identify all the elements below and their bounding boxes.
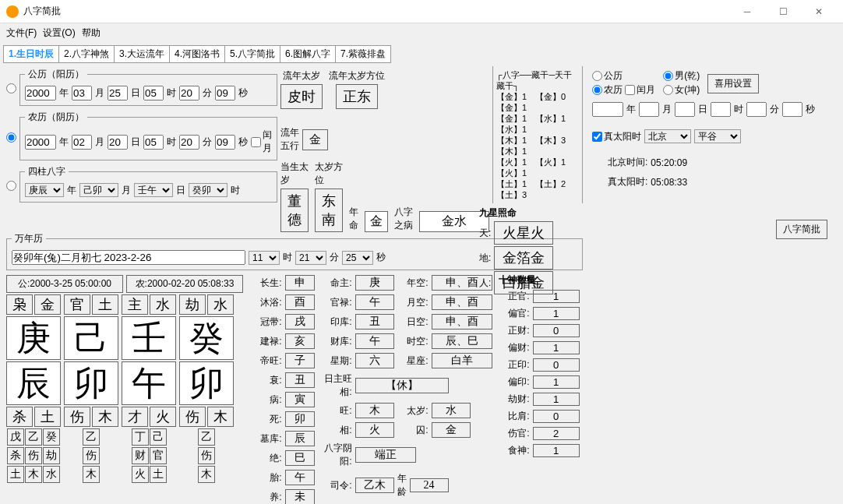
tab-6[interactable]: 6.图解八字 xyxy=(280,46,336,62)
pillar-top: 官 xyxy=(64,294,90,315)
jx-ren: 白腊金 xyxy=(494,271,553,294)
main-button[interactable]: 八字简批 xyxy=(776,220,827,239)
jx-di: 金箔金 xyxy=(494,246,553,270)
pillar-zhi: 卯 xyxy=(179,361,234,405)
life-val: 子 xyxy=(285,353,315,368)
sizhu-year[interactable]: 庚辰 xyxy=(25,183,64,197)
gongli-year[interactable] xyxy=(25,86,56,100)
pillar-gan: 癸 xyxy=(179,316,234,360)
nongli-day[interactable] xyxy=(108,135,128,150)
pillar-gan: 己 xyxy=(64,316,118,360)
tab-3[interactable]: 3.大运流年 xyxy=(115,46,170,62)
gongli-sec[interactable] xyxy=(215,86,235,100)
pillar-top: 劫 xyxy=(179,294,206,315)
xiyong-button[interactable]: 喜用设置 xyxy=(707,74,759,93)
liunian-wuxing[interactable]: 金 xyxy=(302,129,328,150)
pillar-gan: 壬 xyxy=(122,316,176,360)
ten-val: 1 xyxy=(533,307,580,320)
tab-1[interactable]: 1.生日时辰 xyxy=(4,46,59,62)
ds-fangwei[interactable]: 东南 xyxy=(315,189,343,232)
truesun-check[interactable] xyxy=(592,132,602,142)
gongli-radio[interactable] xyxy=(6,83,16,93)
r-sec[interactable] xyxy=(782,102,802,117)
nongli-sec[interactable] xyxy=(215,135,235,150)
r-gongli[interactable] xyxy=(592,71,602,81)
wannian-min[interactable]: 21 xyxy=(295,251,326,265)
pillar-gan: 庚 xyxy=(6,316,61,360)
gongli-month[interactable] xyxy=(72,86,92,100)
date-nongli: 农:2000-02-20 05:08:33 xyxy=(126,275,243,293)
ten-val: 2 xyxy=(533,427,580,440)
ten-val: 1 xyxy=(533,341,580,354)
window-title: 八字简批 xyxy=(23,5,729,18)
menu-help[interactable]: 帮助 xyxy=(82,26,101,40)
liunian-fangwei[interactable]: 正东 xyxy=(336,84,378,109)
r-hour[interactable] xyxy=(711,102,731,117)
nianming: 金 xyxy=(365,211,388,232)
r-female[interactable] xyxy=(663,85,673,95)
life-val: 戌 xyxy=(285,314,315,330)
r-month[interactable] xyxy=(639,102,659,117)
ten-val: 1 xyxy=(533,393,580,406)
tab-bar: 1.生日时辰 2.八字神煞 3.大运流年 4.河图洛书 5.八字简批 6.图解八… xyxy=(3,45,391,63)
nongli-year[interactable] xyxy=(25,135,56,150)
sizhu-radio[interactable] xyxy=(6,181,16,191)
r-leap[interactable] xyxy=(625,85,635,95)
nongli-month[interactable] xyxy=(72,135,92,150)
city-select[interactable]: 北京 xyxy=(644,129,691,143)
sizhu-day[interactable]: 壬午 xyxy=(134,183,173,197)
ten-val: 0 xyxy=(533,358,580,372)
ten-val: 1 xyxy=(533,444,580,457)
life-val: 丑 xyxy=(285,372,315,388)
ten-val: 0 xyxy=(533,324,580,337)
ten-val: 0 xyxy=(533,410,580,423)
r-nongli[interactable] xyxy=(592,85,602,95)
nongli-radio[interactable] xyxy=(6,132,16,143)
leap-checkbox[interactable] xyxy=(251,137,261,147)
tab-7[interactable]: 7.紫薇排盘 xyxy=(336,46,390,62)
pillar-top: 主 xyxy=(122,294,148,315)
tab-5[interactable]: 5.八字简批 xyxy=(225,46,280,62)
nongli-min[interactable] xyxy=(179,135,199,150)
nongli-hour[interactable] xyxy=(143,135,164,150)
gongli-hour[interactable] xyxy=(143,86,164,100)
life-val: 巳 xyxy=(285,450,315,466)
life-val: 午 xyxy=(285,470,315,485)
r-male[interactable] xyxy=(663,71,673,81)
wannian-hour[interactable]: 11 xyxy=(249,251,280,265)
maximize-button[interactable]: ☐ xyxy=(765,0,801,23)
jx-tian: 火星火 xyxy=(494,221,553,245)
life-val: 未 xyxy=(285,489,315,504)
wannian-sec[interactable]: 25 xyxy=(342,251,373,265)
life-val: 申 xyxy=(285,275,315,291)
life-val: 酉 xyxy=(285,294,315,310)
menu-settings[interactable]: 设置(O) xyxy=(43,26,75,40)
liunian-taisui[interactable]: 皮时 xyxy=(280,84,323,109)
pillar-zhi: 卯 xyxy=(64,361,118,405)
app-icon xyxy=(6,5,19,18)
ds-taisui[interactable]: 董德 xyxy=(280,189,309,232)
life-val: 辰 xyxy=(285,431,315,446)
district-select[interactable]: 平谷 xyxy=(694,129,741,143)
pillar-zhi: 午 xyxy=(122,361,176,405)
r-min[interactable] xyxy=(746,102,767,117)
ten-val: 1 xyxy=(533,375,580,389)
minimize-button[interactable]: ─ xyxy=(729,0,765,23)
gongli-day[interactable] xyxy=(108,86,128,100)
menu-file[interactable]: 文件(F) xyxy=(6,26,37,40)
gongli-min[interactable] xyxy=(179,86,199,100)
pillar-top: 枭 xyxy=(6,294,33,315)
tab-2[interactable]: 2.八字神煞 xyxy=(59,46,115,62)
life-val: 卯 xyxy=(285,411,315,427)
sizhu-hour[interactable]: 癸卯 xyxy=(189,183,228,197)
tab-4[interactable]: 4.河图洛书 xyxy=(170,46,225,62)
sizhu-month[interactable]: 己卯 xyxy=(79,183,118,197)
date-gongli: 公:2000-3-25 05:00:00 xyxy=(6,275,123,293)
life-val: 亥 xyxy=(285,333,315,349)
close-button[interactable]: ✕ xyxy=(801,0,837,23)
life-val: 寅 xyxy=(285,392,315,407)
r-year[interactable] xyxy=(592,102,623,117)
wannian-text[interactable] xyxy=(12,250,245,265)
pillar-zhi: 辰 xyxy=(6,361,61,405)
r-day[interactable] xyxy=(675,102,695,117)
